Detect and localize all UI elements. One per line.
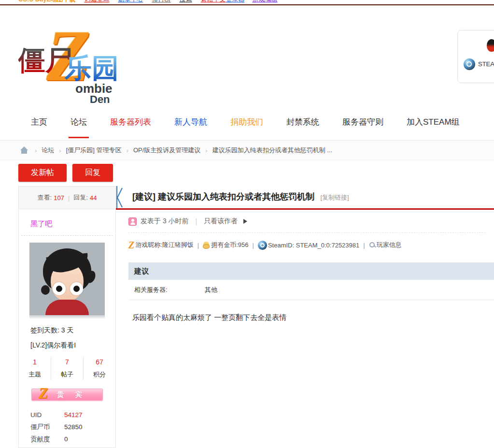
detail-label: 僵尸币 xyxy=(30,423,64,432)
search-icon xyxy=(369,242,376,248)
gold-coins: 拥有金币:956 xyxy=(211,241,248,249)
copy-link-button[interactable]: [复制链接] xyxy=(320,194,349,201)
topbar-link-launcher[interactable]: 登录器 xyxy=(226,0,244,4)
stats-divider: | xyxy=(68,194,70,202)
author-username[interactable]: 黑了吧 xyxy=(19,210,115,235)
related-server-row: 相关服务器: 其他 xyxy=(128,280,494,300)
topbar-link-game-group[interactable]: 游戏编组 xyxy=(252,0,277,4)
post-meta-row: 发表于 3 小时前 | 只看该作者 xyxy=(116,210,494,231)
related-server-label: 相关服务器: xyxy=(128,280,205,300)
post-content-panel: 发表于 3 小时前 | 只看该作者 Z 游戏昵称:隆江猪脚饭 | 拥有金币:95… xyxy=(116,210,494,448)
steam-login-button[interactable]: STEAM登录 xyxy=(464,58,494,70)
author-person-icon xyxy=(128,217,137,226)
stat-credits-label: 积分 xyxy=(84,370,115,379)
main-nav-items: 主页 论坛 服务器列表 新人导航 捐助我们 封禁系统 服务器守则 加入STEAM… xyxy=(0,105,494,139)
stat-topics-label: 主题 xyxy=(19,370,51,379)
detail-label: UID xyxy=(30,411,64,419)
post-section-header: 建议 xyxy=(128,262,494,280)
stat-posts: 7 帖子 xyxy=(51,357,84,380)
breadcrumb-admin-zone[interactable]: [僵尸乐园] 管理专区 xyxy=(66,146,122,155)
detail-label: 贡献度 xyxy=(30,435,64,444)
logo-text-den: Den xyxy=(90,93,110,106)
nav-item-forum[interactable]: 论坛 xyxy=(59,105,99,139)
reply-button[interactable]: 回复 xyxy=(72,164,113,182)
detail-row-contribution: 贡献度 0 xyxy=(30,433,115,445)
meta-divider: | xyxy=(196,217,198,225)
topbar-link-hot[interactable]: 热遍全球 xyxy=(84,0,109,4)
stat-credits-value[interactable]: 67 xyxy=(84,358,115,366)
z-badge-icon: Z xyxy=(128,240,134,250)
thread-action-buttons: 发新帖 回复 xyxy=(18,164,113,182)
post-body-text: 乐园看个贴真的太麻烦了 一整页翻下去全是表情 xyxy=(132,313,494,322)
breadcrumb-separator: › xyxy=(127,147,128,154)
site-header: Z 僵尸 乐园 ombie Den STEAM登录 xyxy=(0,6,494,105)
steam-icon xyxy=(464,58,475,70)
nav-item-donate[interactable]: 捐助我们 xyxy=(219,105,275,139)
detail-row-register-date: 注册时间 2017-11-23 xyxy=(30,445,115,448)
author-details: UID 54127 僵尸币 52850 贡献度 0 注册时间 2017-11-2… xyxy=(30,409,115,448)
author-stats: 1 主题 7 帖子 67 积分 xyxy=(19,357,115,380)
chevron-left-icon xyxy=(116,186,124,211)
login-panel: STEAM登录 xyxy=(457,30,494,83)
nav-item-join-steam-group[interactable]: 加入STEAM组 xyxy=(395,105,471,139)
player-info-link[interactable]: 玩家信息 xyxy=(377,241,402,249)
coins-icon xyxy=(203,244,210,249)
posted-time: 发表于 3 小时前 xyxy=(141,217,189,226)
breadcrumb-op-complaints[interactable]: OP/版主投诉及管理建议 xyxy=(133,146,200,155)
breadcrumb: › 论坛 › [僵尸乐园] 管理专区 › OP/版主投诉及管理建议 › 建议乐园… xyxy=(0,140,494,160)
signin-days: 签到天数: 3 天 xyxy=(30,326,115,335)
topbar-left-links: CS:S DayZ地图下载 热遍全球 勋章中心 排行榜 搜索 繁體中文 xyxy=(0,0,226,4)
author-avatar[interactable] xyxy=(29,243,105,315)
breadcrumb-current-thread: 建议乐园加入纯表扣分或者其他惩罚机制 ... xyxy=(212,146,332,155)
vip-badge: Z 贵宾 xyxy=(31,389,103,401)
vip-badge-label: 贵宾 xyxy=(57,389,94,400)
topbar-link-traditional-chinese[interactable]: 繁體中文 xyxy=(200,0,226,4)
avatar-eye xyxy=(70,282,83,295)
nav-item-ban-system[interactable]: 封禁系统 xyxy=(275,105,331,139)
topbar-link-search[interactable]: 搜索 xyxy=(179,0,192,4)
detail-value-contribution: 0 xyxy=(64,435,68,443)
avatar-shirt xyxy=(45,300,89,315)
stat-topics-value[interactable]: 1 xyxy=(19,358,51,366)
home-icon[interactable] xyxy=(20,147,28,154)
top-utility-bar-links: CS:S DayZ地图下载 热遍全球 勋章中心 排行榜 搜索 繁體中文 登录器 … xyxy=(0,0,290,4)
views-label: 查看: xyxy=(38,193,52,202)
vip-z-icon: Z xyxy=(39,385,48,401)
flame-icon xyxy=(487,39,494,52)
replies-count: 44 xyxy=(90,194,97,202)
detail-value-zombie-coins: 52850 xyxy=(64,423,83,431)
nav-item-newbie-guide[interactable]: 新人导航 xyxy=(163,105,219,139)
topbar-right-links: 登录器 游戏编组 xyxy=(226,0,290,4)
thread-title: [建议] 建议乐园加入纯表扣分或者其他惩罚机制 xyxy=(132,192,314,202)
nav-item-server-rules[interactable]: 服务器守则 xyxy=(331,105,395,139)
nav-item-server-list[interactable]: 服务器列表 xyxy=(99,105,163,139)
stat-posts-value[interactable]: 7 xyxy=(51,358,83,366)
breadcrumb-separator: › xyxy=(59,147,61,154)
detail-row-uid: UID 54127 xyxy=(30,409,115,421)
stat-topics: 1 主题 xyxy=(19,357,51,380)
steam-login-label: STEAM登录 xyxy=(478,60,494,69)
topbar-link-medals[interactable]: 勋章中心 xyxy=(118,0,143,4)
breadcrumb-forum[interactable]: 论坛 xyxy=(42,146,54,155)
author-level: [LV.2]偶尔看看I xyxy=(30,341,115,350)
avatar-curl xyxy=(41,285,50,295)
related-server-value: 其他 xyxy=(205,280,217,300)
topbar-link-dayz-maps[interactable]: CS:S DayZ地图下载 xyxy=(18,0,75,4)
stat-credits: 67 积分 xyxy=(84,357,115,380)
expand-arrow-icon[interactable] xyxy=(243,219,247,224)
player-info-row: Z 游戏昵称:隆江猪脚饭 | 拥有金币:956 | SteamID: STEAM… xyxy=(116,233,494,250)
breadcrumb-separator: › xyxy=(205,147,207,154)
new-post-button[interactable]: 发新帖 xyxy=(18,164,67,182)
game-nickname: 游戏昵称:隆江猪脚饭 xyxy=(135,241,194,249)
main-nav: 主页 论坛 服务器列表 新人导航 捐助我们 封禁系统 服务器守则 加入STEAM… xyxy=(0,105,494,140)
replies-label: 回复: xyxy=(73,193,88,202)
sidebar-divider xyxy=(21,235,113,236)
info-divider: | xyxy=(253,242,254,249)
only-author-link[interactable]: 只看该作者 xyxy=(204,217,238,226)
site-logo[interactable]: Z 僵尸 乐园 ombie Den xyxy=(18,28,122,101)
breadcrumb-separator: › xyxy=(35,147,37,154)
topbar-link-ranking[interactable]: 排行榜 xyxy=(152,0,170,4)
avatar-eye xyxy=(53,282,66,295)
avatar-shadow xyxy=(29,315,105,318)
nav-item-home[interactable]: 主页 xyxy=(19,105,59,139)
